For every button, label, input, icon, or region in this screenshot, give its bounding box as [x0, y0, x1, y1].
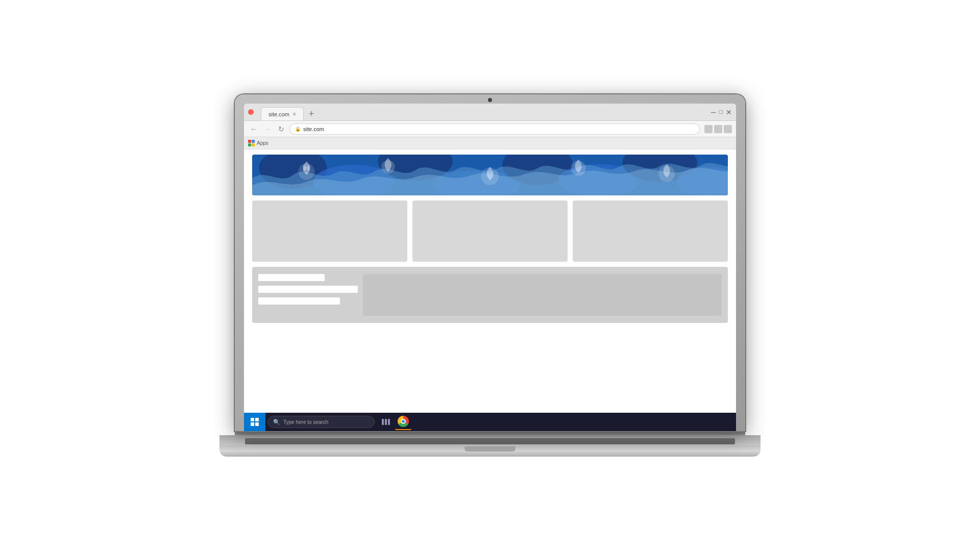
browser-navbar: ← → ↻ 🔒 site.com [244, 121, 736, 137]
new-tab-button[interactable]: + [305, 107, 318, 120]
form-field-3 [258, 297, 340, 305]
trackpad-notch [464, 446, 516, 452]
toolbar-icon-3[interactable] [724, 125, 732, 133]
taskview-icon [382, 419, 390, 425]
content-card-1 [252, 201, 407, 262]
webpage-content: 🔍 Type here to search [244, 149, 736, 431]
hero-banner [252, 155, 728, 195]
windows-logo-icon [251, 418, 259, 426]
search-icon: 🔍 [273, 419, 280, 425]
browser-window: site.com × + ─ □ ✕ [244, 104, 736, 431]
toolbar-icon-2[interactable] [714, 125, 722, 133]
laptop-keyboard-deck [219, 435, 761, 445]
content-grid [244, 201, 736, 262]
form-right-panel [363, 274, 722, 316]
form-field-2 [258, 286, 358, 293]
laptop-screen-shell: site.com × + ─ □ ✕ [235, 94, 745, 431]
laptop-container: site.com × + ─ □ ✕ [0, 0, 980, 551]
screen-bezel: site.com × + ─ □ ✕ [244, 104, 736, 431]
address-bar[interactable]: 🔒 site.com [289, 123, 700, 135]
url-text: site.com [303, 126, 324, 132]
laptop-bottom-lip [219, 445, 761, 457]
camera [488, 98, 492, 102]
apps-shortcut[interactable]: Apps [248, 140, 268, 146]
toolbar-icon-1[interactable] [704, 125, 713, 133]
form-section [252, 267, 728, 323]
chrome-icon [398, 416, 409, 427]
browser-titlebar: site.com × + ─ □ ✕ [244, 104, 736, 121]
close-icon[interactable]: ✕ [726, 108, 732, 116]
tab-label: site.com [268, 111, 289, 117]
form-fields [258, 274, 358, 316]
form-field-1 [258, 274, 325, 281]
bookmarks-bar: Apps [244, 137, 736, 149]
content-card-2 [412, 201, 568, 262]
keyboard-area [245, 438, 735, 444]
apps-grid-icon [248, 140, 255, 146]
chrome-taskbar-icon[interactable] [395, 414, 411, 430]
taskbar-app-icons [378, 414, 411, 430]
forward-button[interactable]: → [262, 123, 273, 135]
laptop-base [219, 431, 761, 457]
content-card-3 [573, 201, 728, 262]
traffic-light [248, 109, 254, 115]
windows-taskbar: 🔍 Type here to search [244, 413, 736, 431]
laptop-hinge [235, 431, 745, 435]
maximize-icon[interactable]: □ [719, 108, 723, 116]
tab-bar: site.com × + [261, 104, 318, 120]
active-tab[interactable]: site.com × [261, 107, 304, 120]
taskbar-search-placeholder: Type here to search [283, 419, 328, 425]
wave-pattern-svg [252, 155, 728, 195]
window-controls: ─ □ ✕ [711, 108, 732, 116]
taskview-button[interactable] [378, 414, 394, 430]
tab-close-icon[interactable]: × [292, 111, 296, 118]
start-button[interactable] [244, 413, 265, 431]
taskbar-search-box[interactable]: 🔍 Type here to search [267, 416, 375, 428]
apps-label: Apps [257, 140, 268, 146]
toolbar-icons [704, 125, 732, 133]
refresh-button[interactable]: ↻ [276, 123, 287, 135]
laptop: site.com × + ─ □ ✕ [219, 94, 761, 457]
lock-icon: 🔒 [295, 127, 301, 132]
minimize-icon[interactable]: ─ [711, 108, 716, 116]
back-button[interactable]: ← [248, 123, 259, 135]
